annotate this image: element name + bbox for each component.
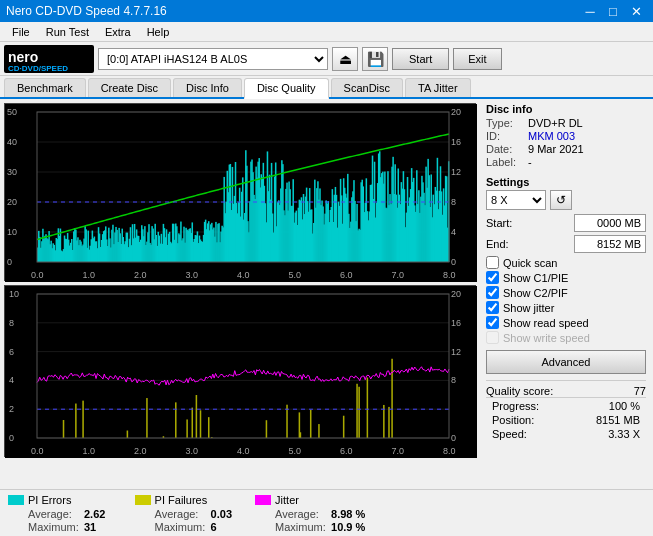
show-jitter-row: Show jitter [486, 301, 646, 314]
show-read-speed-label: Show read speed [503, 317, 589, 329]
exit-button[interactable]: Exit [453, 48, 501, 70]
pif-max-value: 6 [211, 521, 217, 533]
disc-label-row: Label: - [486, 156, 646, 168]
quick-scan-row: Quick scan [486, 256, 646, 269]
show-read-speed-checkbox[interactable] [486, 316, 499, 329]
date-label: Date: [486, 143, 524, 155]
date-value: 9 Mar 2021 [528, 143, 584, 155]
progress-label: Progress: [492, 400, 539, 412]
jitter-label: Jitter [275, 494, 299, 506]
menu-file[interactable]: File [4, 24, 38, 40]
svg-text:nero: nero [8, 49, 38, 65]
pi-errors-label: PI Errors [28, 494, 71, 506]
toolbar: nero CD·DVD/SPEED [0:0] ATAPI iHAS124 B … [0, 42, 653, 76]
show-write-speed-checkbox[interactable] [486, 331, 499, 344]
position-row: Position: 8151 MB [492, 414, 640, 426]
position-label: Position: [492, 414, 534, 426]
show-c1pie-row: Show C1/PIE [486, 271, 646, 284]
bottom-chart [4, 285, 476, 457]
main-content: Disc info Type: DVD+R DL ID: MKM 003 Dat… [0, 99, 653, 489]
speed-label: Speed: [492, 428, 527, 440]
charts-area [0, 99, 480, 489]
show-c1pie-checkbox[interactable] [486, 271, 499, 284]
pi-failures-legend: PI Failures Average: 0.03 Maximum: 6 Tot… [135, 494, 235, 536]
quick-scan-label: Quick scan [503, 257, 557, 269]
jitter-legend: Jitter Average: 8.98 % Maximum: 10.9 % P… [255, 494, 365, 536]
right-panel: Disc info Type: DVD+R DL ID: MKM 003 Dat… [480, 99, 652, 489]
end-input[interactable] [574, 235, 646, 253]
pi-errors-title: PI Errors [8, 494, 115, 506]
id-label: ID: [486, 130, 524, 142]
close-button[interactable]: ✕ [625, 0, 647, 22]
speed-selector[interactable]: 8 X [486, 190, 546, 210]
app-title: Nero CD-DVD Speed 4.7.7.16 [6, 4, 167, 18]
pi-errors-color [8, 495, 24, 505]
tab-scandisc[interactable]: ScanDisc [331, 78, 403, 97]
save-icon-button[interactable]: 💾 [362, 47, 388, 71]
jitter-avg-label: Average: [275, 508, 325, 520]
quality-score-value: 77 [634, 385, 646, 397]
tab-create-disc[interactable]: Create Disc [88, 78, 171, 97]
drive-selector[interactable]: [0:0] ATAPI iHAS124 B AL0S [98, 48, 328, 70]
advanced-button[interactable]: Advanced [486, 350, 646, 374]
eject-icon-button[interactable]: ⏏ [332, 47, 358, 71]
pif-avg-value: 0.03 [211, 508, 232, 520]
pi-avg-value: 2.62 [84, 508, 105, 520]
progress-row: Progress: 100 % [492, 400, 640, 412]
speed-row: 8 X ↺ [486, 190, 646, 210]
show-c2pif-checkbox[interactable] [486, 286, 499, 299]
disc-label-key: Label: [486, 156, 524, 168]
menu-extra[interactable]: Extra [97, 24, 139, 40]
settings-title: Settings [486, 176, 646, 188]
jitter-avg-value: 8.98 % [331, 508, 365, 520]
pif-avg-label: Average: [155, 508, 205, 520]
start-button[interactable]: Start [392, 48, 449, 70]
pi-failures-label: PI Failures [155, 494, 208, 506]
id-value: MKM 003 [528, 130, 575, 142]
show-read-speed-row: Show read speed [486, 316, 646, 329]
menu-runtest[interactable]: Run Test [38, 24, 97, 40]
pi-failures-title: PI Failures [135, 494, 235, 506]
speed-value: 3.33 X [608, 428, 640, 440]
tab-disc-quality[interactable]: Disc Quality [244, 78, 329, 99]
svg-text:CD·DVD/SPEED: CD·DVD/SPEED [8, 64, 68, 72]
minimize-button[interactable]: ─ [579, 0, 601, 22]
start-input[interactable] [574, 214, 646, 232]
tab-disc-info[interactable]: Disc Info [173, 78, 242, 97]
menu-help[interactable]: Help [139, 24, 178, 40]
top-chart [4, 103, 476, 281]
show-jitter-checkbox[interactable] [486, 301, 499, 314]
legend-area: PI Errors Average: 2.62 Maximum: 31 Tota… [0, 489, 653, 536]
progress-value: 100 % [609, 400, 640, 412]
quality-score-section: Quality score: 77 [486, 380, 646, 397]
pi-errors-data: Average: 2.62 Maximum: 31 Total: 85444 [28, 508, 115, 536]
pi-avg-label: Average: [28, 508, 78, 520]
jitter-title: Jitter [255, 494, 365, 506]
tab-benchmark[interactable]: Benchmark [4, 78, 86, 97]
end-label: End: [486, 238, 518, 250]
jitter-data: Average: 8.98 % Maximum: 10.9 % PO failu… [275, 508, 365, 536]
pi-failures-color [135, 495, 151, 505]
show-jitter-label: Show jitter [503, 302, 554, 314]
start-label: Start: [486, 217, 518, 229]
disc-id-row: ID: MKM 003 [486, 130, 646, 142]
jitter-max-value: 10.9 % [331, 521, 365, 533]
titlebar-title: Nero CD-DVD Speed 4.7.7.16 [6, 4, 167, 18]
pi-max-value: 31 [84, 521, 96, 533]
jitter-max-label: Maximum: [275, 521, 325, 533]
titlebar-controls: ─ □ ✕ [579, 0, 647, 22]
disc-label-value: - [528, 156, 532, 168]
settings-section: Settings 8 X ↺ Start: End: Quick scan [486, 176, 646, 374]
tab-ta-jitter[interactable]: TA Jitter [405, 78, 471, 97]
quick-scan-checkbox[interactable] [486, 256, 499, 269]
show-write-speed-label: Show write speed [503, 332, 590, 344]
pif-max-label: Maximum: [155, 521, 205, 533]
type-label: Type: [486, 117, 524, 129]
refresh-button[interactable]: ↺ [550, 190, 572, 210]
quality-score-label: Quality score: [486, 385, 553, 397]
show-c1pie-label: Show C1/PIE [503, 272, 568, 284]
disc-info-title: Disc info [486, 103, 646, 115]
maximize-button[interactable]: □ [602, 0, 624, 22]
disc-date-row: Date: 9 Mar 2021 [486, 143, 646, 155]
speed-row-progress: Speed: 3.33 X [492, 428, 640, 440]
